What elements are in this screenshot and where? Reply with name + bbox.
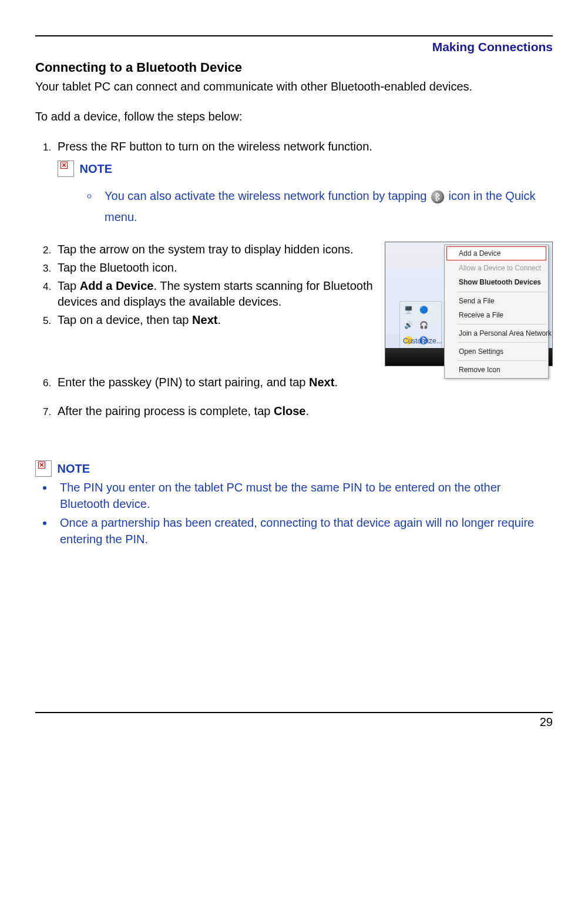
steps-2-5: Tap the arrow on the system tray to disp…	[38, 242, 379, 328]
step-5-a: Tap on a device, then tap	[58, 313, 192, 326]
step-6-c: .	[334, 376, 338, 389]
step-6-a: Enter the passkey (PIN) to start pairing…	[58, 376, 309, 389]
top-rule	[35, 35, 553, 36]
steps-list: Press the RF button to turn on the wirel…	[38, 139, 553, 228]
note-2-item-1: The PIN you enter on the tablet PC must …	[54, 479, 553, 512]
menu-send-file[interactable]: Send a File	[445, 294, 548, 308]
step-7-b: Close	[274, 404, 305, 417]
step-2: Tap the arrow on the system tray to disp…	[54, 242, 379, 257]
tray-icon[interactable]: 🖥️	[404, 305, 413, 315]
step-5-c: .	[217, 313, 221, 326]
steps-6-7: Enter the passkey (PIN) to start pairing…	[38, 374, 553, 419]
step-7-c: .	[305, 404, 309, 417]
screenshot-systray: Add a Device Allow a Device to Connect S…	[385, 242, 553, 366]
menu-add-device[interactable]: Add a Device	[446, 246, 546, 260]
step-7: After the pairing process is complete, t…	[54, 403, 553, 419]
note-1-text-a: You can also activate the wireless netwo…	[105, 189, 430, 202]
note-2-item-2: Once a partnership has been created, con…	[54, 514, 553, 547]
note-label: NOTE	[80, 162, 113, 175]
tray-icon[interactable]: 🎧	[419, 320, 428, 330]
intro-text: Your tablet PC can connect and communica…	[35, 79, 553, 95]
menu-separator	[458, 342, 547, 343]
broken-image-icon	[58, 160, 74, 177]
bluetooth-icon	[431, 190, 444, 203]
step-5: Tap on a device, then tap Next.	[54, 312, 379, 328]
menu-join-pan[interactable]: Join a Personal Area Network	[445, 326, 548, 340]
menu-remove-icon[interactable]: Remove Icon	[445, 363, 548, 377]
step-6-b: Next	[309, 376, 334, 389]
step-1-text: Press the RF button to turn on the wirel…	[58, 140, 372, 153]
step-7-a: After the pairing process is complete, t…	[58, 404, 274, 417]
step-4-b: Add a Device	[80, 279, 154, 292]
section-header: Making Connections	[35, 39, 553, 55]
steps-with-screenshot: Tap the arrow on the system tray to disp…	[35, 242, 553, 366]
page-number: 29	[35, 714, 553, 730]
step-5-b: Next	[192, 313, 217, 326]
note-1-list: You can also activate the wireless netwo…	[83, 185, 553, 228]
menu-separator	[458, 292, 547, 292]
note-2-list: The PIN you enter on the tablet PC must …	[39, 479, 553, 547]
menu-receive-file[interactable]: Receive a File	[445, 308, 548, 322]
menu-separator	[458, 360, 547, 361]
menu-show-devices[interactable]: Show Bluetooth Devices	[445, 275, 548, 289]
customize-link[interactable]: Customize...	[403, 336, 442, 346]
note-label-2: NOTE	[58, 462, 90, 475]
step-4-a: Tap	[58, 279, 80, 292]
menu-separator	[458, 324, 547, 325]
broken-image-icon	[35, 460, 52, 477]
menu-open-settings[interactable]: Open Settings	[445, 345, 548, 359]
lead-text: To add a device, follow the steps below:	[35, 109, 553, 125]
tray-icon[interactable]: 🔊	[404, 320, 413, 330]
tray-icon[interactable]: 🔵	[419, 305, 428, 315]
note-1-item: You can also activate the wireless netwo…	[99, 185, 553, 228]
step-3: Tap the Bluetooth icon.	[54, 260, 379, 276]
menu-allow-connect[interactable]: Allow a Device to Connect	[445, 261, 548, 275]
context-menu: Add a Device Allow a Device to Connect S…	[444, 245, 549, 379]
bottom-rule	[35, 712, 553, 713]
page-title: Connecting to a Bluetooth Device	[35, 59, 553, 76]
step-4: Tap Add a Device. The system starts scan…	[54, 278, 379, 310]
step-1: Press the RF button to turn on the wirel…	[54, 139, 553, 228]
